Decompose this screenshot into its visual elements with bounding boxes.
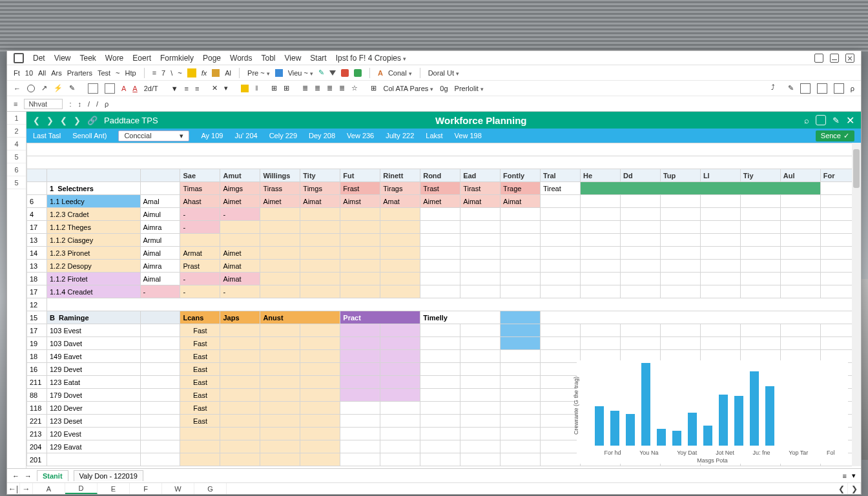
dropdown-icon[interactable]: [329, 70, 336, 76]
ribbon-col-ata[interactable]: Col ATA Pares: [383, 85, 433, 92]
period-6[interactable]: Lakst: [426, 132, 442, 140]
menu-wore[interactable]: Wore: [105, 54, 123, 63]
menu-formkiely[interactable]: Formkiely: [160, 54, 194, 63]
menu-poge[interactable]: Poge: [203, 54, 221, 63]
ribbon-size[interactable]: 10: [25, 69, 33, 77]
period-2[interactable]: Cely 229: [269, 132, 297, 140]
period-1[interactable]: Ju' 204: [234, 132, 257, 140]
menu-tobl[interactable]: Tobl: [261, 54, 275, 63]
table-row[interactable]: 17103 Evest Fast: [27, 324, 861, 337]
sheet-tab-active[interactable]: Stanit: [37, 470, 68, 481]
stop-icon[interactable]: [341, 69, 349, 77]
menu-view2[interactable]: View: [285, 54, 302, 63]
last-task-label[interactable]: Last Tasl: [33, 132, 61, 140]
layout-icon[interactable]: [800, 83, 811, 94]
ribbon-eq[interactable]: =: [152, 69, 156, 77]
ribbon-ft[interactable]: Ft: [14, 69, 20, 77]
table-row[interactable]: 171.1.2 ThegesAimra-: [27, 221, 861, 234]
period-3[interactable]: Dey 208: [309, 132, 335, 140]
fb-btn-4[interactable]: ρ: [105, 100, 108, 108]
paste-icon[interactable]: [212, 69, 220, 77]
vertical-scrollbar[interactable]: [852, 143, 861, 466]
ribbon-conal[interactable]: Conal: [388, 69, 412, 77]
panel-close-icon[interactable]: ✕: [846, 114, 854, 127]
fb-btn-3[interactable]: /: [96, 100, 98, 108]
grid-icon[interactable]: [817, 83, 827, 94]
share-icon[interactable]: ⤴: [771, 83, 781, 94]
menu-cropies[interactable]: Ipst fo F! 4 Cropies: [336, 54, 406, 63]
ribbon-prerlolit[interactable]: Prerlolit: [455, 85, 484, 92]
window-close-icon[interactable]: [845, 54, 854, 63]
nav-compass-icon[interactable]: ↗: [41, 84, 47, 92]
ribbon-test[interactable]: Test: [98, 69, 110, 77]
ribbon-slash[interactable]: \: [170, 69, 172, 77]
fb-btn-2[interactable]: /: [88, 100, 90, 108]
ribbon-al[interactable]: Al: [225, 69, 231, 77]
ribbon-og[interactable]: 0g: [440, 85, 448, 92]
sheet-tab-2[interactable]: Valy Don - 122019: [74, 470, 143, 481]
table-row[interactable]: 141.2.3 PironetAimalArmatAimet: [27, 247, 861, 260]
table-row[interactable]: 61.1 LeedcyAmalAhastAimetAimetAimatAimst…: [27, 195, 861, 208]
link-icon[interactable]: [275, 69, 283, 77]
menu-view[interactable]: View: [54, 54, 71, 63]
nav-back-icon[interactable]: ←: [14, 85, 21, 92]
scroll-label[interactable]: Senoll Ant): [72, 132, 107, 140]
col-prev-icon[interactable]: ←|: [7, 483, 20, 494]
ribbon-vieu[interactable]: Vieu ~: [288, 69, 313, 77]
view-dropdown[interactable]: Conccial▾: [118, 130, 189, 141]
note-icon[interactable]: [241, 85, 249, 92]
nav-prev2-icon[interactable]: ❮: [60, 116, 67, 125]
highlight-icon[interactable]: [187, 68, 196, 78]
ribbon-7[interactable]: 7: [161, 69, 165, 77]
menu-words[interactable]: Words: [230, 54, 252, 63]
table-row[interactable]: 181.1.2 FirotetAimal-Aimat: [27, 273, 861, 285]
nav-flash-icon[interactable]: ⚡: [54, 84, 63, 92]
ribbon-all[interactable]: All: [38, 69, 46, 77]
menu-det[interactable]: Det: [33, 54, 45, 63]
name-box[interactable]: Nhvat: [24, 99, 63, 109]
search-icon[interactable]: ρ: [851, 85, 854, 92]
fill-icon[interactable]: [88, 83, 98, 94]
table-row[interactable]: 131.2.2 DesopyAimraPrastAimat: [27, 260, 861, 273]
window-restore-icon[interactable]: [814, 54, 823, 63]
period-5[interactable]: Julty 222: [386, 132, 414, 140]
ribbon-htp[interactable]: Htp: [125, 69, 136, 77]
table-row[interactable]: 41.2.3 CradetAimul--: [27, 208, 861, 221]
ribbon-doral[interactable]: Doral Ut: [428, 69, 459, 77]
menu-teek[interactable]: Teek: [79, 54, 96, 63]
tabs-menu-icon[interactable]: ≡: [843, 472, 847, 480]
border-icon[interactable]: [105, 83, 115, 94]
col-next-icon[interactable]: →: [20, 483, 33, 494]
nav-prev-icon[interactable]: ❯: [46, 116, 54, 125]
spreadsheet-grid[interactable]: SaeAmutWillingsTity FutRinettRondEad Fon…: [26, 143, 861, 466]
ribbon-2dt[interactable]: 2d/T: [144, 85, 158, 92]
window-minimize-icon[interactable]: [830, 54, 839, 63]
menu-eoert[interactable]: Eoert: [132, 54, 151, 63]
table-row[interactable]: 131.1.2 CiasgeyArmul: [27, 234, 861, 247]
nav-next-icon[interactable]: ❯: [74, 116, 81, 125]
nav-home-icon[interactable]: [27, 85, 35, 92]
nav-first-icon[interactable]: ❮: [33, 116, 40, 125]
ribbon-pre[interactable]: Pre ~: [247, 69, 270, 77]
ribbon-fx[interactable]: fx: [202, 69, 207, 77]
menu-start[interactable]: Start: [310, 54, 326, 63]
save-button[interactable]: Sence✓: [816, 130, 854, 141]
tab-prev-icon[interactable]: ←: [12, 472, 19, 480]
search-icon[interactable]: ⌕: [804, 116, 809, 125]
table-row[interactable]: 19103 Davet Fast: [27, 337, 861, 350]
period-7[interactable]: Vew 198: [455, 132, 482, 140]
table-row[interactable]: 171.1.4 Creadet---: [27, 285, 861, 298]
copy-icon[interactable]: [816, 115, 826, 125]
ribbon-ars[interactable]: Ars: [51, 69, 62, 77]
ribbon-prarters[interactable]: Prarters: [67, 69, 92, 77]
fb-btn-1[interactable]: ↕: [78, 100, 81, 108]
pencil-icon[interactable]: ✎: [788, 84, 794, 92]
list-icon[interactable]: [834, 83, 844, 94]
tab-next-icon[interactable]: →: [25, 472, 32, 480]
period-0[interactable]: Ay 109: [201, 132, 223, 140]
ribbon-tilde2[interactable]: ~: [178, 69, 181, 77]
go-icon[interactable]: [354, 69, 362, 77]
period-4[interactable]: Vew 236: [347, 132, 374, 140]
nav-edit-icon[interactable]: ✎: [69, 84, 75, 92]
edit-icon[interactable]: ✎: [832, 116, 840, 125]
